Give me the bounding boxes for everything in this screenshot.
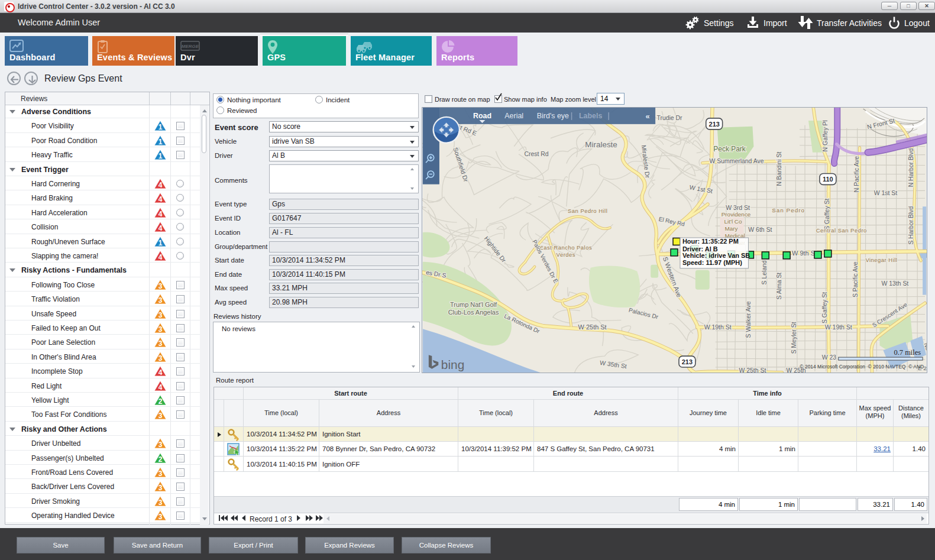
svg-text:1: 1	[158, 124, 163, 132]
svg-text:Road: Road	[473, 112, 491, 120]
svg-text:W 13th St: W 13th St	[881, 280, 908, 287]
svg-text:Bird's eye: Bird's eye	[537, 112, 569, 120]
svg-text:N Bandini St: N Bandini St	[776, 151, 782, 186]
svg-text:4: 4	[158, 224, 163, 232]
svg-text:S Pacific Ave: S Pacific Ave	[852, 261, 859, 297]
svg-text:Central San Pedro: Central San Pedro	[816, 227, 867, 234]
svg-text:1: 1	[158, 152, 163, 160]
svg-text:3: 3	[158, 282, 163, 290]
svg-text:W 25th St: W 25th St	[739, 367, 766, 373]
svg-text:Peck Park: Peck Park	[713, 145, 745, 153]
svg-text:«: «	[646, 112, 650, 121]
svg-text:Crest Rd: Crest Rd	[524, 151, 548, 157]
svg-text:W 19th St: W 19th St	[825, 324, 852, 331]
svg-text:3: 3	[158, 311, 163, 319]
svg-text:S Walker Ave: S Walker Ave	[745, 301, 752, 338]
svg-text:3: 3	[158, 354, 163, 362]
svg-text:W 9th St: W 9th St	[792, 250, 817, 257]
svg-text:3: 3	[158, 412, 163, 420]
svg-text:3: 3	[158, 296, 163, 305]
svg-text:Mary: Mary	[725, 225, 738, 232]
svg-text:S Meyler St: S Meyler St	[791, 322, 797, 354]
svg-text:2: 2	[158, 397, 163, 406]
svg-text:N Pacific Ave: N Pacific Ave	[853, 156, 860, 192]
svg-text:East Rancho Palos: East Rancho Palos	[539, 244, 592, 251]
svg-text:MERGE: MERGE	[182, 44, 199, 49]
svg-text:S Leland: S Leland	[761, 260, 768, 284]
svg-text:Trump Nat'l Golf: Trump Nat'l Golf	[450, 301, 497, 308]
svg-text:W 25th St: W 25th St	[578, 323, 607, 331]
svg-text:Trudie Dr: Trudie Dr	[656, 115, 682, 121]
svg-text:2: 2	[158, 455, 163, 464]
svg-text:213: 213	[682, 358, 693, 365]
svg-text:W 3rd St: W 3rd St	[726, 205, 750, 211]
svg-text:bing: bing	[441, 358, 465, 371]
svg-text:4: 4	[158, 196, 163, 204]
svg-text:Providence: Providence	[722, 211, 751, 218]
svg-text:San Pedro: San Pedro	[772, 207, 805, 213]
svg-text:© 2014 Microsoft Corporation: © 2014 Microsoft Corporation © 2010 NAVT…	[800, 364, 924, 370]
svg-text:Hour: 11:35:22 PM: Hour: 11:35:22 PM	[682, 238, 739, 245]
svg-text:Driver: Al B: Driver: Al B	[682, 245, 718, 253]
svg-text:4: 4	[158, 253, 163, 261]
svg-text:W Summerland Ave: W Summerland Ave	[710, 158, 764, 164]
svg-text:3: 3	[158, 340, 163, 348]
svg-text:Vehicle: idrive Van SB: Vehicle: idrive Van SB	[682, 252, 750, 259]
svg-text:4: 4	[158, 181, 163, 189]
svg-text:213: 213	[709, 121, 720, 128]
svg-text:N Gaffey Pl: N Gaffey Pl	[822, 120, 829, 151]
svg-text:Miraleste: Miraleste	[585, 140, 617, 149]
svg-text:Club-Los Angelas: Club-Los Angelas	[448, 309, 499, 316]
svg-text:0.7 miles: 0.7 miles	[894, 348, 921, 357]
svg-text:4: 4	[158, 383, 163, 391]
svg-text:3: 3	[158, 325, 163, 334]
svg-text:3: 3	[158, 499, 163, 507]
svg-text:W 6th St: W 6th St	[748, 226, 772, 233]
svg-text:Verdes: Verdes	[557, 251, 575, 258]
svg-text:S Gaffey St: S Gaffey St	[824, 199, 830, 230]
svg-text:Aerial: Aerial	[504, 112, 523, 120]
svg-text:W 19th St: W 19th St	[704, 324, 732, 331]
svg-text:1: 1	[158, 138, 163, 146]
svg-text:4: 4	[158, 368, 163, 377]
svg-text:4: 4	[158, 210, 163, 218]
svg-text:Speed: 11.97 (MPH): Speed: 11.97 (MPH)	[682, 259, 742, 266]
svg-text:W 23: W 23	[822, 354, 837, 361]
svg-text:Labels: Labels	[579, 112, 602, 120]
svg-text:San Pedro Hill: San Pedro Hill	[568, 208, 607, 214]
svg-text:W 1st St: W 1st St	[874, 190, 898, 196]
svg-text:Vinegar Hill: Vinegar Hill	[865, 257, 897, 263]
svg-text:110: 110	[823, 176, 833, 183]
svg-text:3: 3	[158, 484, 163, 493]
svg-text:N Harbor Blvd: N Harbor Blvd	[908, 148, 914, 187]
svg-text:3: 3	[158, 441, 163, 449]
svg-text:S Gaffey St: S Gaffey St	[821, 292, 828, 323]
svg-text:S Alma St: S Alma St	[776, 273, 782, 300]
svg-text:3: 3	[158, 470, 163, 478]
svg-text:1: 1	[158, 239, 163, 247]
svg-text:3: 3	[158, 513, 163, 521]
svg-text:Lit'l Co: Lit'l Co	[724, 218, 743, 225]
svg-text:S Harbor Blvd: S Harbor Blvd	[908, 206, 914, 244]
